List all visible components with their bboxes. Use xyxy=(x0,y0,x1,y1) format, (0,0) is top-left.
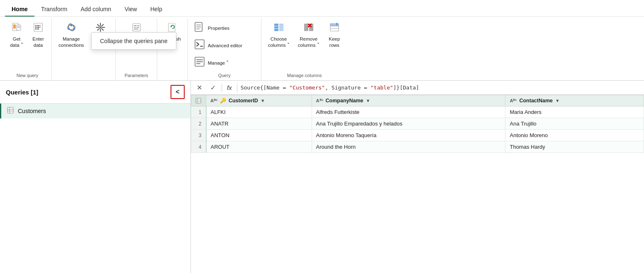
col-label-companyname: CompanyName xyxy=(326,98,363,104)
ribbon-group-query: Properties Advanced editor xyxy=(188,18,261,80)
ribbon-group-manage-columns: Choosecolumns ˅ Removecolumns ˅ xyxy=(261,18,348,80)
cell-contactname-1: Maria Anders xyxy=(505,106,644,118)
data-grid: Aᴮᶜ 🔑 CustomerID ▼ Aᴮᶜ CompanyName ▼ xyxy=(191,95,644,273)
properties-button[interactable]: Properties xyxy=(191,20,258,36)
formula-bar-separator xyxy=(222,84,222,92)
table-body: 1 ALFKI Alfreds Futterkiste Maria Anders… xyxy=(191,106,644,153)
row-num-4: 4 xyxy=(191,141,206,153)
enter-data-button[interactable]: Enterdata xyxy=(28,20,48,50)
tab-add-column[interactable]: Add column xyxy=(74,2,118,17)
customerid-dropdown-icon[interactable]: ▼ xyxy=(261,98,265,103)
cell-companyname-2: Ana Trujillo Emparedados y helados xyxy=(312,118,505,130)
ribbon-group-new-query: Getdata ˅ Enterdata New query xyxy=(3,18,52,80)
col-type-customerid: Aᴮᶜ xyxy=(210,98,217,104)
query-group-label: Query xyxy=(218,73,231,79)
confirm-button[interactable]: ✓ xyxy=(208,84,218,92)
svg-rect-1 xyxy=(13,24,16,29)
get-data-icon xyxy=(11,22,22,35)
tab-home[interactable]: Home xyxy=(5,2,34,17)
th-company-name[interactable]: Aᴮᶜ CompanyName ▼ xyxy=(312,95,505,106)
cell-customerid-1: ALFKI xyxy=(206,106,312,118)
keep-rows-label: Keeprows xyxy=(329,36,340,48)
data-table: Aᴮᶜ 🔑 CustomerID ▼ Aᴮᶜ CompanyName ▼ xyxy=(191,95,644,153)
content-area: Queries [1] < Customers ✕ ✓ fx xyxy=(0,81,644,273)
svg-rect-46 xyxy=(274,24,278,31)
tab-transform[interactable]: Transform xyxy=(34,2,74,17)
remove-columns-button[interactable]: Removecolumns ˅ xyxy=(295,20,323,50)
row-num-3: 3 xyxy=(191,130,206,141)
manage-icon xyxy=(194,56,205,69)
cell-companyname-4: Around the Horn xyxy=(312,141,505,153)
svg-rect-62 xyxy=(7,107,13,113)
tab-bar: Home Transform Add column View Help xyxy=(0,0,644,17)
main-area: ✕ ✓ fx Source{[Name = "Customers", Signa… xyxy=(191,81,644,273)
table-icon xyxy=(7,107,14,115)
manage-columns-group-label: Manage columns xyxy=(287,73,322,79)
keep-rows-button[interactable]: Keeprows xyxy=(324,20,344,50)
formula-fx-label: fx xyxy=(225,84,234,91)
contactname-dropdown-icon[interactable]: ▼ xyxy=(555,98,560,103)
table-row: 4 AROUT Around the Horn Thomas Hardy xyxy=(191,141,644,153)
table-row: 1 ALFKI Alfreds Futterkiste Maria Anders xyxy=(191,106,644,118)
tab-help[interactable]: Help xyxy=(144,2,169,17)
manage-connections-icon xyxy=(66,22,77,35)
properties-label: Properties xyxy=(208,25,229,31)
svg-rect-66 xyxy=(196,98,201,103)
remove-columns-label: Removecolumns ˅ xyxy=(298,36,320,48)
manage-connections-button[interactable]: Manageconnections xyxy=(55,20,87,50)
th-customer-id[interactable]: Aᴮᶜ 🔑 CustomerID ▼ xyxy=(206,95,312,106)
cancel-button[interactable]: ✕ xyxy=(194,84,205,92)
collapse-pane-button[interactable]: < xyxy=(171,85,185,99)
col-type-companyname: Aᴮᶜ xyxy=(316,98,323,104)
row-num-2: 2 xyxy=(191,118,206,130)
chevron-left-icon: < xyxy=(176,88,179,96)
svg-point-13 xyxy=(67,23,75,32)
ribbon-group-manage-columns-buttons: Choosecolumns ˅ Removecolumns ˅ xyxy=(265,20,344,71)
queries-header: Queries [1] < xyxy=(0,81,190,104)
svg-line-26 xyxy=(98,29,99,30)
ribbon-group-query-buttons: Properties Advanced editor xyxy=(191,20,258,71)
queries-title: Queries [1] xyxy=(6,89,38,96)
cell-customerid-2: ANATR xyxy=(206,118,312,130)
companyname-dropdown-icon[interactable]: ▼ xyxy=(366,98,371,103)
th-contact-name[interactable]: Aᴮᶜ ContactName ▼ xyxy=(505,95,644,106)
advanced-editor-label: Advanced editor xyxy=(208,43,242,49)
svg-point-14 xyxy=(70,24,72,27)
enter-data-label: Enterdata xyxy=(32,36,44,48)
keep-rows-icon xyxy=(329,22,340,35)
cell-customerid-4: AROUT xyxy=(206,141,312,153)
query-item-label: Customers xyxy=(18,108,46,114)
svg-rect-47 xyxy=(279,24,283,31)
queries-panel: Queries [1] < Customers xyxy=(0,81,191,273)
table-header-row: Aᴮᶜ 🔑 CustomerID ▼ Aᴮᶜ CompanyName ▼ xyxy=(191,95,644,106)
manage-connections-label: Manageconnections xyxy=(59,36,84,48)
properties-icon xyxy=(194,21,205,34)
choose-columns-button[interactable]: Choosecolumns ˅ xyxy=(265,20,293,50)
cell-contactname-3: Antonio Moreno xyxy=(505,130,644,141)
cell-companyname-3: Antonio Moreno Taquería xyxy=(312,130,505,141)
svg-rect-38 xyxy=(195,40,204,49)
col-label-contactname: ContactName xyxy=(519,98,553,104)
svg-line-24 xyxy=(102,29,103,30)
formula-bar-separator-2 xyxy=(237,84,237,92)
get-data-button[interactable]: Getdata ˅ xyxy=(7,20,27,50)
cell-customerid-3: ANTON xyxy=(206,130,312,141)
query-item-customers[interactable]: Customers xyxy=(0,104,190,118)
cell-contactname-2: Ana Trujillo xyxy=(505,118,644,130)
formula-content[interactable]: Source{[Name = "Customers", Signature = … xyxy=(241,85,641,91)
manage-button[interactable]: Manage ˅ xyxy=(191,55,258,71)
choose-columns-label: Choosecolumns ˅ xyxy=(268,36,290,48)
advanced-editor-button[interactable]: Advanced editor xyxy=(191,37,258,54)
tooltip-popup: Collapse the queries pane xyxy=(91,32,176,50)
col-type-contactname: Aᴮᶜ xyxy=(510,98,517,104)
table-row: 2 ANATR Ana Trujillo Emparedados y helad… xyxy=(191,118,644,130)
formula-bar: ✕ ✓ fx Source{[Name = "Customers", Signa… xyxy=(191,81,644,95)
svg-point-18 xyxy=(100,27,101,28)
tab-view[interactable]: View xyxy=(118,2,144,17)
new-query-group-label: New query xyxy=(17,73,39,79)
col-label-customerid: CustomerID xyxy=(229,98,258,104)
row-num-1: 1 xyxy=(191,106,206,118)
svg-line-23 xyxy=(98,24,99,26)
svg-point-16 xyxy=(73,28,75,30)
key-icon: 🔑 xyxy=(220,98,226,104)
